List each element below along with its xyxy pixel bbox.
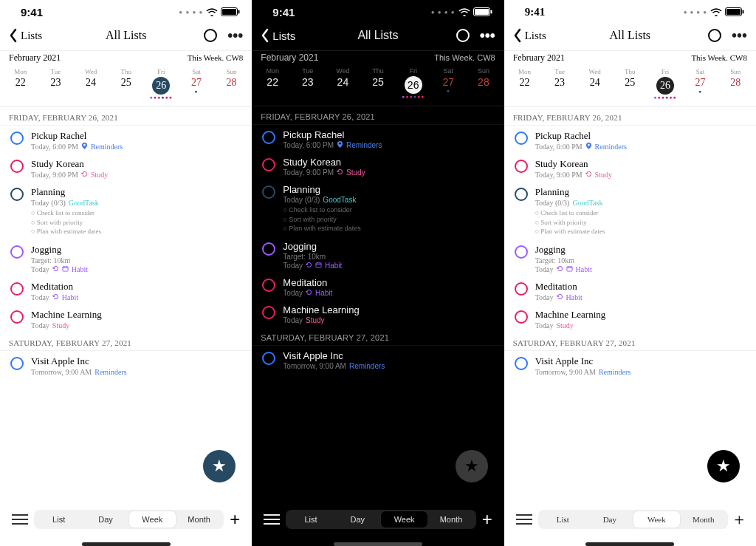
hamburger-button[interactable]: [264, 514, 280, 525]
more-button[interactable]: •••: [480, 28, 495, 43]
fab-add-button[interactable]: ★: [707, 450, 740, 482]
view-segmented-control[interactable]: ListDayWeekMonth: [538, 510, 729, 529]
task-complete-ring[interactable]: [10, 282, 24, 296]
task-row[interactable]: Study Korean Today, 9:00 PM Study: [252, 152, 504, 180]
week-day-6[interactable]: Sun 28: [718, 68, 753, 100]
week-day-2[interactable]: Wed 24: [73, 68, 109, 100]
segment-month[interactable]: Month: [427, 511, 474, 528]
more-button[interactable]: •••: [732, 28, 747, 43]
task-row[interactable]: Study Korean Today, 9:00 PM Study: [504, 154, 756, 182]
week-day-4[interactable]: Fri 26 ●●●●●●: [396, 67, 431, 100]
task-complete-ring[interactable]: [515, 188, 528, 201]
task-list[interactable]: FRIDAY, FEBRUARY 26, 2021 Pickup Rachel …: [0, 107, 252, 502]
week-strip[interactable]: Mon 22 Tue 23 Wed 24 Thu 25 Fri 26 ●●●●●…: [0, 65, 252, 106]
task-row[interactable]: Planning Today (0/3) GoodTask ○ Check li…: [504, 182, 756, 239]
task-row[interactable]: Pickup Rachel Today, 6:00 PM Reminders: [252, 125, 504, 152]
back-button[interactable]: Lists: [9, 28, 75, 43]
week-day-2[interactable]: Wed 24: [577, 68, 613, 100]
task-row[interactable]: Meditation Today Habit: [252, 273, 504, 300]
more-button[interactable]: •••: [227, 28, 243, 43]
view-segmented-control[interactable]: ListDayWeekMonth: [286, 510, 475, 529]
task-row[interactable]: Visit Apple Inc Tomorrow, 9:00 AM Remind…: [504, 351, 756, 379]
task-row[interactable]: Meditation Today Habit: [504, 276, 756, 304]
week-strip[interactable]: Mon 22 Tue 23 Wed 24 Thu 25 Fri 26 ●●●●●…: [252, 64, 504, 106]
week-strip[interactable]: Mon 22 Tue 23 Wed 24 Thu 25 Fri 26 ●●●●●…: [504, 65, 756, 106]
hamburger-button[interactable]: [516, 514, 532, 525]
week-day-0[interactable]: Mon 22: [507, 68, 543, 100]
month-header[interactable]: February 2021 This Week. CW8: [252, 51, 504, 64]
segment-day[interactable]: Day: [82, 511, 128, 528]
week-day-1[interactable]: Tue 23: [290, 67, 326, 100]
week-day-3[interactable]: Thu 25: [360, 67, 396, 100]
task-complete-ring[interactable]: [262, 306, 275, 319]
week-day-6[interactable]: Sun 28: [214, 68, 250, 100]
task-row[interactable]: Jogging Target: 10km Today Habit: [0, 239, 252, 276]
view-segmented-control[interactable]: ListDayWeekMonth: [34, 510, 224, 529]
task-complete-ring[interactable]: [10, 188, 24, 201]
task-complete-ring[interactable]: [10, 310, 24, 324]
task-complete-ring[interactable]: [262, 242, 275, 256]
segment-week[interactable]: Week: [129, 511, 176, 528]
month-header[interactable]: February 2021 This Week. CW8: [0, 51, 252, 65]
add-task-button[interactable]: +: [230, 511, 240, 528]
week-day-3[interactable]: Thu 25: [613, 68, 648, 100]
segment-day[interactable]: Day: [586, 511, 633, 528]
back-button[interactable]: Lists: [513, 28, 580, 43]
task-row[interactable]: Planning Today (0/3) GoodTask ○ Check li…: [252, 180, 504, 236]
week-day-5[interactable]: Sat 27 ●: [179, 68, 214, 100]
add-task-button[interactable]: +: [734, 511, 744, 528]
task-row[interactable]: Pickup Rachel Today, 6:00 PM Reminders: [0, 126, 252, 154]
task-complete-ring[interactable]: [262, 131, 275, 144]
task-row[interactable]: Planning Today (0/3) GoodTask ○ Check li…: [0, 182, 252, 239]
segment-week[interactable]: Week: [381, 511, 427, 528]
hamburger-button[interactable]: [12, 514, 28, 525]
filter-circle-button[interactable]: [456, 29, 470, 42]
week-day-4[interactable]: Fri 26 ●●●●●●: [144, 68, 179, 100]
task-complete-ring[interactable]: [262, 352, 275, 365]
task-complete-ring[interactable]: [10, 132, 24, 145]
fab-add-button[interactable]: ★: [456, 450, 488, 482]
task-complete-ring[interactable]: [515, 132, 528, 145]
back-button[interactable]: Lists: [261, 28, 327, 43]
task-complete-ring[interactable]: [10, 160, 24, 173]
task-list[interactable]: FRIDAY, FEBRUARY 26, 2021 Pickup Rachel …: [504, 107, 756, 502]
segment-week[interactable]: Week: [633, 511, 680, 528]
fab-add-button[interactable]: ★: [203, 450, 236, 482]
task-complete-ring[interactable]: [262, 158, 275, 171]
month-header[interactable]: February 2021 This Week. CW8: [504, 51, 756, 65]
week-day-4[interactable]: Fri 26 ●●●●●●: [647, 68, 683, 100]
task-complete-ring[interactable]: [515, 245, 528, 259]
add-task-button[interactable]: +: [482, 511, 492, 528]
week-day-0[interactable]: Mon 22: [255, 67, 290, 100]
week-day-3[interactable]: Thu 25: [109, 68, 144, 100]
task-list[interactable]: FRIDAY, FEBRUARY 26, 2021 Pickup Rachel …: [252, 106, 504, 502]
filter-circle-button[interactable]: [708, 29, 721, 42]
task-complete-ring[interactable]: [515, 282, 528, 296]
week-day-5[interactable]: Sat 27 ●: [683, 68, 718, 100]
week-day-1[interactable]: Tue 23: [542, 68, 577, 100]
task-row[interactable]: Visit Apple Inc Tomorrow, 9:00 AM Remind…: [252, 346, 504, 373]
filter-circle-button[interactable]: [204, 29, 217, 42]
task-row[interactable]: Machine Learning Today Study: [0, 304, 252, 332]
segment-month[interactable]: Month: [680, 511, 726, 528]
task-complete-ring[interactable]: [262, 279, 275, 292]
task-row[interactable]: Pickup Rachel Today, 6:00 PM Reminders: [504, 126, 756, 154]
week-day-2[interactable]: Wed 24: [326, 67, 361, 100]
segment-list[interactable]: List: [540, 511, 586, 528]
task-complete-ring[interactable]: [10, 245, 24, 259]
task-row[interactable]: Study Korean Today, 9:00 PM Study: [0, 154, 252, 182]
segment-list[interactable]: List: [287, 511, 334, 528]
task-row[interactable]: Machine Learning Today Study: [252, 300, 504, 327]
task-row[interactable]: Jogging Target: 10km Today Habit: [504, 239, 756, 276]
segment-day[interactable]: Day: [334, 511, 381, 528]
week-day-1[interactable]: Tue 23: [38, 68, 74, 100]
task-complete-ring[interactable]: [515, 160, 528, 173]
task-row[interactable]: Visit Apple Inc Tomorrow, 9:00 AM Remind…: [0, 351, 252, 379]
task-complete-ring[interactable]: [262, 185, 275, 199]
task-complete-ring[interactable]: [515, 357, 528, 370]
segment-month[interactable]: Month: [176, 511, 222, 528]
week-day-0[interactable]: Mon 22: [3, 68, 38, 100]
week-day-5[interactable]: Sat 27 ●: [430, 67, 466, 100]
task-row[interactable]: Jogging Target: 10km Today Habit: [252, 236, 504, 273]
task-row[interactable]: Meditation Today Habit: [0, 276, 252, 304]
